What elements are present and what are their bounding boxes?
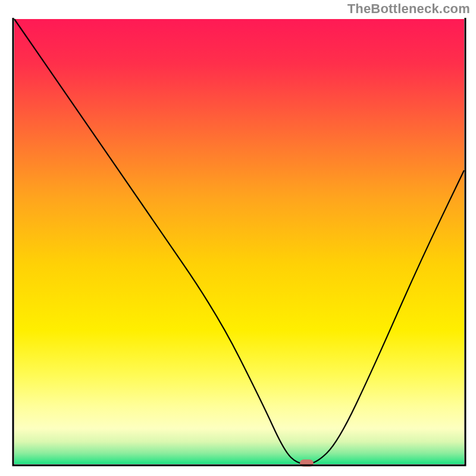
bottleneck-chart [0, 0, 476, 476]
gradient-background [14, 19, 464, 464]
attribution-text: TheBottleneck.com [347, 1, 470, 17]
plot-area [14, 19, 464, 466]
chart-container: TheBottleneck.com [0, 0, 476, 476]
